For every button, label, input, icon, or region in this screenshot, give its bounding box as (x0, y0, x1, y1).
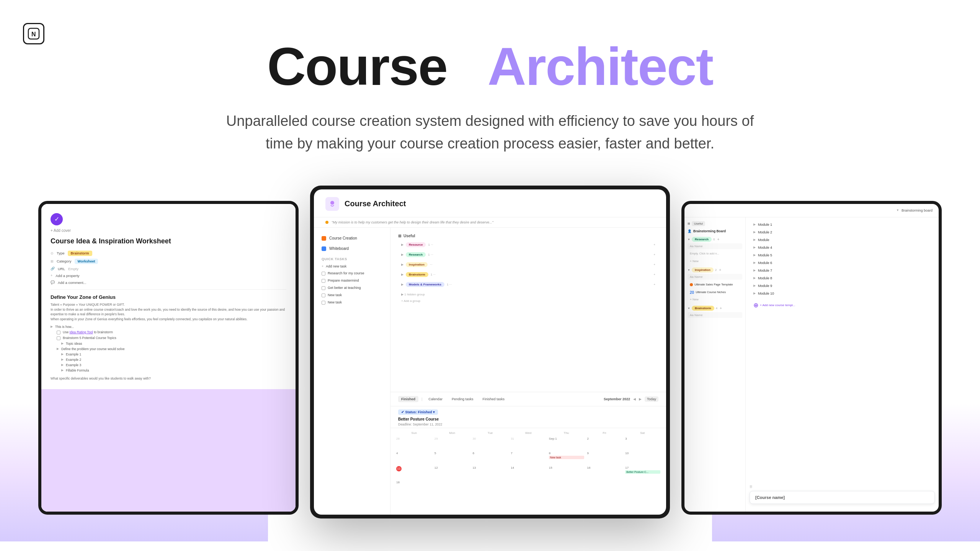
inspiration-row: ▶ Inspiration ··· + (398, 260, 658, 269)
idea-rating: Use Idea Rating Tool to brainstorm (57, 330, 286, 334)
zone-of-genius-title: Define Your Zone of Genius (51, 294, 286, 300)
calendar-month: September 2022 (604, 397, 630, 401)
brainstorm-topics: Brainstorm 5 Potential Course Topics (57, 336, 286, 340)
right-main: ▶ Module 1 ▶ Module 2 ▶ Module (746, 217, 939, 512)
hero-title-purple: Architect (488, 36, 713, 96)
research-name-field: Aa Name (688, 243, 742, 249)
mission-dot (325, 221, 328, 224)
hero-subtitle: Unparalleled course creation system desi… (222, 110, 758, 155)
center-groups: ⊞ Useful ▶ Resource 1 ··· + (390, 228, 666, 392)
center-sidebar: Course Creation Whiteboard Quick tasks +… (314, 228, 390, 515)
url-property: 🔗 URL Empty (51, 267, 286, 271)
module-10: ▶ Module 10 (751, 290, 933, 297)
research-new-btn[interactable]: + New (688, 259, 742, 264)
hero-title-black: Course (267, 36, 447, 96)
logo-area: N (23, 23, 44, 44)
check-icon: ✓ (51, 213, 63, 225)
mission-text: "My mission is to help my customers get … (332, 220, 493, 224)
svg-point-2 (330, 201, 334, 205)
module-9: ▶ Module 9 (751, 282, 933, 289)
sidebar-course-creation[interactable]: Course Creation (318, 234, 385, 243)
module-5: ▶ Module 5 (751, 252, 933, 259)
calendar-grid: SunMonTueWedThuFriSat 28 29 30 31 Sep 1 (390, 428, 666, 515)
task-new1: New task (318, 292, 385, 299)
brainstorming-board-title: Brainstorming board (902, 209, 933, 212)
status-finished: ✔ Status: Finished ▾ (398, 409, 438, 415)
add-new-task[interactable]: + Add new task (318, 263, 385, 270)
useful-group-header: ⊞ Useful (398, 234, 658, 238)
item-sales-page: Ultimate Sales Page Template (688, 281, 742, 288)
center-header: Course Architect (314, 189, 666, 217)
inspiration-name-field: Aa Name (688, 274, 742, 280)
resource-row: ▶ Resource 1 ··· + (398, 240, 658, 249)
deliverables-question: What specific deliverables would you lik… (51, 376, 286, 381)
this-is-how: ▶ This is how... (51, 325, 286, 329)
hero-section: Course Architect Unparalleled course cre… (0, 0, 980, 178)
task-teaching: Get better at teaching (318, 284, 385, 292)
center-header-title: Course Architect (345, 199, 406, 208)
useful-filter[interactable]: Useful (692, 221, 705, 226)
hidden-group: ▶ 1 hidden group (398, 292, 658, 297)
add-template-btn[interactable]: ⊕ + Add new course templ... (751, 300, 933, 310)
module-3: ▶ Module (751, 236, 933, 243)
task-research: Research for my course (318, 270, 385, 277)
mockup-left: ✓ + Add cover Course Idea & Inspiration … (38, 201, 299, 515)
brainstorm-row: ▶ Brainstorm 1 ··· + (398, 270, 658, 279)
module-list: ▶ Module 1 ▶ Module 2 ▶ Module (751, 221, 933, 297)
task-deadline: Deadline: September 11, 2022 (398, 422, 658, 426)
today-btn[interactable]: Today (645, 396, 658, 402)
module-4: ▶ Module 4 (751, 244, 933, 251)
category-property: ⊞ Category Worksheet (51, 259, 286, 264)
add-comment[interactable]: 💬 Add a comment... (51, 280, 286, 285)
right-top-bar: ▼ Brainstorming board (684, 204, 939, 217)
add-course-btn: + Add cover (51, 228, 286, 233)
item-course-niches: 20 Ultimate Course Niches (688, 289, 742, 296)
task-new2: New task (318, 299, 385, 306)
worksheet-tag: Worksheet (75, 259, 98, 264)
center-logo-icon (325, 197, 339, 211)
center-main: ⊞ Useful ▶ Resource 1 ··· + (390, 228, 666, 515)
module-1: ▶ Module 1 (751, 221, 933, 228)
tab-calendar[interactable]: Calendar (425, 396, 446, 402)
whiteboard-icon (322, 246, 326, 251)
calendar-header: Finished | Calendar Pending tasks Finish… (390, 392, 666, 406)
board-label: 👤 Brainstorming Board (688, 229, 742, 233)
add-property[interactable]: + Add a property (51, 274, 286, 278)
sidebar-whiteboard[interactable]: Whiteboard (318, 244, 385, 253)
models-row: ▶ Models & Frameworks 1 ··· + (398, 280, 658, 289)
tab-pending[interactable]: Pending tasks (449, 396, 477, 402)
quick-tasks-title: Quick tasks (322, 257, 382, 261)
type-property: ⊙ Type Brainstorm (51, 251, 286, 256)
mockup-center: Course Architect "My mission is to help … (310, 186, 670, 518)
mockup-section: ✓ + Add cover Course Idea & Inspiration … (0, 178, 980, 541)
brainstorm-tag: Brainstorm (68, 251, 92, 256)
right-sidebar: ⊞ Useful 👤 Brainstorming Board ▼ (684, 217, 746, 512)
list-icon: ☰ (750, 485, 935, 489)
research-row: ▶ Research 1 ··· + (398, 250, 658, 259)
example3: ▶ Example 3 (61, 363, 286, 367)
zone-body-text: Talent = Purpose = Your UNIQUE POWER or … (51, 302, 286, 322)
mockup-right: ▼ Brainstorming board ⊞ Useful (681, 201, 942, 515)
left-screen: ✓ + Add cover Course Idea & Inspiration … (41, 204, 296, 512)
task-mastermind: Prepare mastermind (318, 277, 385, 284)
fillable-formula: ▶ Fillable Formula (61, 368, 286, 372)
course-name-card[interactable]: [Course name] (750, 491, 935, 504)
module-7: ▶ Module 7 (751, 267, 933, 274)
center-screen: Course Architect "My mission is to help … (314, 189, 666, 515)
worksheet-title: Course Idea & Inspiration Worksheet (51, 237, 286, 245)
define-problem: ▶ Define the problem your course would s… (57, 347, 286, 351)
example1: ▶ Example 1 (61, 352, 286, 356)
calendar-section: Finished | Calendar Pending tasks Finish… (390, 392, 666, 515)
tab-finished-tasks[interactable]: Finished tasks (479, 396, 508, 402)
right-body: ⊞ Useful 👤 Brainstorming Board ▼ (684, 217, 939, 512)
example2: ▶ Example 2 (61, 358, 286, 362)
filter-bar: ⊞ Useful (688, 221, 742, 226)
page-wrapper: N Course Architect Unparalleled course c… (0, 0, 980, 551)
course-creation-icon (322, 236, 326, 241)
module-2: ▶ Module 2 (751, 229, 933, 236)
module-8: ▶ Module 8 (751, 275, 933, 282)
add-group-btn[interactable]: + Add a group (398, 298, 658, 303)
tab-finished[interactable]: Finished (398, 396, 418, 402)
inspiration-new-btn[interactable]: + New (688, 297, 742, 302)
hero-title: Course Architect (0, 38, 980, 95)
